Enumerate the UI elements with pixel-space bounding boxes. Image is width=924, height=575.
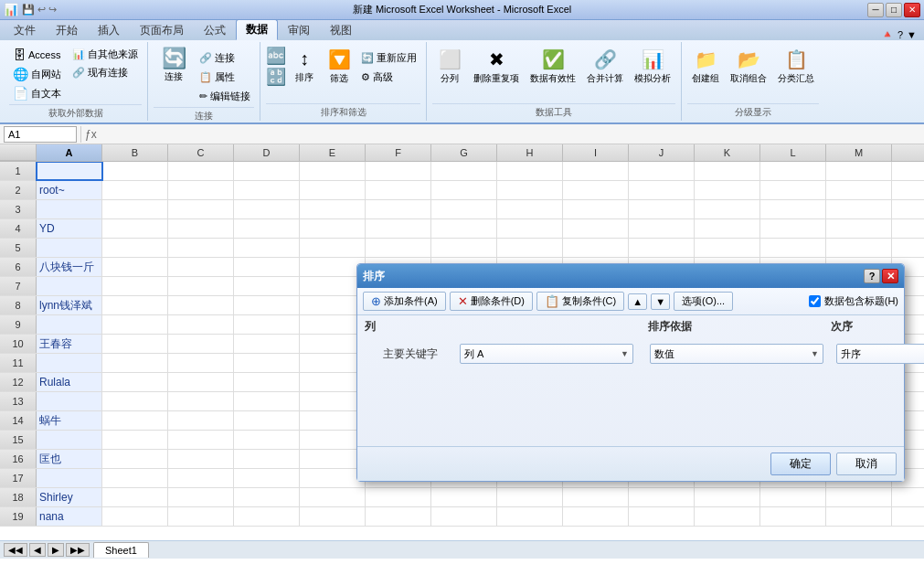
col-header-label: 列	[365, 319, 648, 335]
dialog-help-button[interactable]: ?	[864, 269, 880, 283]
sortby-header-label: 排序依据	[648, 319, 831, 335]
sort-button[interactable]: ↕ 排序	[288, 46, 321, 87]
ribbon-tab-list: 文件 开始 插入 页面布局 公式 数据 审阅 视图 🔺 ? ▼	[0, 20, 924, 40]
web-icon: 🌐	[13, 67, 28, 81]
ungroup-button[interactable]: 📂 取消组合	[726, 46, 771, 88]
tab-pagelayout[interactable]: 页面布局	[130, 20, 194, 40]
reapply-icon: 🔄	[361, 52, 374, 64]
tab-home[interactable]: 开始	[46, 20, 88, 40]
formula-input[interactable]	[101, 126, 920, 143]
data-validation-button[interactable]: ✅ 数据有效性	[526, 46, 580, 88]
properties-button[interactable]: 📋 属性	[196, 69, 254, 86]
text-icon: 📄	[13, 86, 28, 101]
formula-icon: ƒx	[85, 128, 97, 141]
text-button[interactable]: 📄 自文本	[9, 84, 65, 102]
filter-icon: 🔽	[328, 48, 351, 70]
group-button[interactable]: 📁 创建组	[687, 46, 724, 88]
sortby-select-arrow: ▼	[811, 349, 819, 358]
ungroup-icon: 📂	[738, 48, 760, 70]
tab-formula[interactable]: 公式	[194, 20, 236, 40]
confirm-button[interactable]: 确定	[770, 453, 831, 475]
order-select[interactable]: 升序 ▼	[836, 344, 924, 364]
sheet-nav-prev[interactable]: ◀	[29, 543, 46, 557]
move-down-button[interactable]: ▼	[651, 293, 670, 310]
ribbon-group-sort-filter: 🔤 🔡 ↕ 排序 🔽 筛选 🔄 重新应用	[260, 42, 427, 121]
title-bar-title: 新建 Microsoft Excel Worksheet - Microsoft…	[57, 3, 867, 16]
ribbon-help-btn[interactable]: ?	[897, 29, 903, 40]
maximize-button[interactable]: □	[886, 3, 902, 17]
collapse-ribbon-btn[interactable]: ▼	[907, 29, 917, 40]
split-icon: ⬜	[439, 48, 462, 70]
filter-button[interactable]: 🔽 筛选	[323, 46, 356, 88]
sort-condition-row: 主要关键字 列 A ▼ 数值 ▼ 升序 ▼	[365, 340, 897, 367]
close-button[interactable]: ✕	[904, 3, 920, 17]
scenario-button[interactable]: 📊 模拟分析	[630, 46, 675, 88]
access-icon: 🗄	[13, 48, 26, 62]
sheet-tab-1[interactable]: Sheet1	[93, 542, 149, 558]
refresh-icon: 🔄	[162, 48, 186, 69]
remove-duplicates-button[interactable]: ✖ 删除重复项	[469, 46, 524, 88]
name-box[interactable]: A1	[4, 126, 77, 143]
edit-links-button[interactable]: ✏ 编辑链接	[196, 88, 254, 105]
existing-conn-icon: 🔗	[72, 67, 85, 79]
advanced-icon: ⚙	[361, 71, 370, 83]
external-data-label: 获取外部数据	[9, 104, 142, 122]
help-icon[interactable]: 🔺	[881, 28, 894, 40]
connection-button[interactable]: 🔗 连接	[196, 49, 254, 67]
web-button[interactable]: 🌐 自网站	[9, 65, 65, 83]
sort-za-icon: 🔡	[266, 67, 286, 87]
quick-access-icons: 💾 ↩ ↪	[22, 4, 57, 16]
split-column-button[interactable]: ⬜ 分列	[432, 46, 467, 88]
sheet-nav-last[interactable]: ▶▶	[66, 543, 90, 557]
ribbon-group-outline: 📁 创建组 📂 取消组合 📋 分类汇总 分级显示	[682, 42, 824, 121]
options-button[interactable]: 选项(O)...	[674, 292, 733, 311]
sheet-nav-next[interactable]: ▶	[48, 543, 64, 557]
consolidate-button[interactable]: 🔗 合并计算	[582, 46, 628, 88]
subtotal-button[interactable]: 📋 分类汇总	[773, 46, 819, 88]
subtotal-icon: 📋	[785, 48, 808, 70]
app-icon: 📊	[4, 3, 18, 16]
access-button[interactable]: 🗄 Access	[9, 46, 65, 64]
scenario-icon: 📊	[642, 48, 664, 70]
spreadsheet-container: A B C D E F G H I J K L M 12root~34YD56八…	[0, 144, 924, 540]
other-sources-button[interactable]: 📊 自其他来源	[69, 46, 142, 63]
dialog-title: 排序	[363, 269, 385, 284]
cancel-button[interactable]: 取消	[836, 453, 897, 475]
include-header-label[interactable]: 数据包含标题(H)	[809, 294, 898, 308]
outline-items: 📁 创建组 📂 取消组合 📋 分类汇总	[687, 42, 819, 103]
sort-icon: ↕	[300, 48, 309, 69]
ribbon: 文件 开始 插入 页面布局 公式 数据 审阅 视图 🔺 ? ▼ 🗄 Access	[0, 20, 924, 124]
tab-review[interactable]: 审阅	[278, 20, 320, 40]
connection-items: 🔄 连接 🔗 连接 📋 属性 ✏ 编辑链接	[154, 42, 254, 107]
dialog-body: 主要关键字 列 A ▼ 数值 ▼ 升序 ▼	[357, 336, 904, 446]
outline-label: 分级显示	[687, 103, 819, 121]
validation-icon: ✅	[542, 48, 565, 70]
move-up-button[interactable]: ▲	[628, 293, 647, 310]
tab-data[interactable]: 数据	[236, 19, 278, 40]
tab-file[interactable]: 文件	[4, 20, 46, 40]
col-select[interactable]: 列 A ▼	[460, 344, 633, 364]
existing-connection-button[interactable]: 🔗 现有连接	[69, 64, 142, 81]
ribbon-group-data-tools: ⬜ 分列 ✖ 删除重复项 ✅ 数据有效性 🔗 合并计算 📊 模拟分析	[427, 42, 682, 121]
editlinks-icon: ✏	[199, 91, 207, 102]
sortby-select[interactable]: 数值 ▼	[650, 344, 823, 364]
delete-icon: ✕	[458, 294, 468, 308]
sheet-nav-first[interactable]: ◀◀	[4, 543, 27, 557]
add-condition-button[interactable]: ⊕ 添加条件(A)	[363, 292, 446, 311]
reapply-button[interactable]: 🔄 重新应用	[357, 49, 420, 67]
advanced-button[interactable]: ⚙ 高级	[357, 69, 420, 86]
include-header-checkbox[interactable]	[809, 295, 821, 307]
delete-condition-button[interactable]: ✕ 删除条件(D)	[450, 292, 533, 311]
connection-label: 连接	[154, 107, 254, 124]
tab-insert[interactable]: 插入	[88, 20, 130, 40]
dialog-title-bar: 排序 ? ✕	[357, 264, 904, 288]
dialog-overlay: 排序 ? ✕ ⊕ 添加条件(A) ✕ 删除条件(D) 📋 复制条件(C	[0, 144, 924, 540]
copy-condition-button[interactable]: 📋 复制条件(C)	[536, 292, 624, 311]
dialog-column-headers: 列 排序依据 次序	[357, 315, 904, 336]
dialog-close-button[interactable]: ✕	[882, 269, 898, 283]
dialog-title-buttons: ? ✕	[864, 269, 898, 283]
minimize-button[interactable]: ─	[867, 3, 884, 17]
sort-filter-label: 排序和筛选	[266, 103, 420, 121]
tab-view[interactable]: 视图	[320, 20, 362, 40]
refresh-all-button[interactable]: 🔄 连接	[154, 46, 194, 86]
